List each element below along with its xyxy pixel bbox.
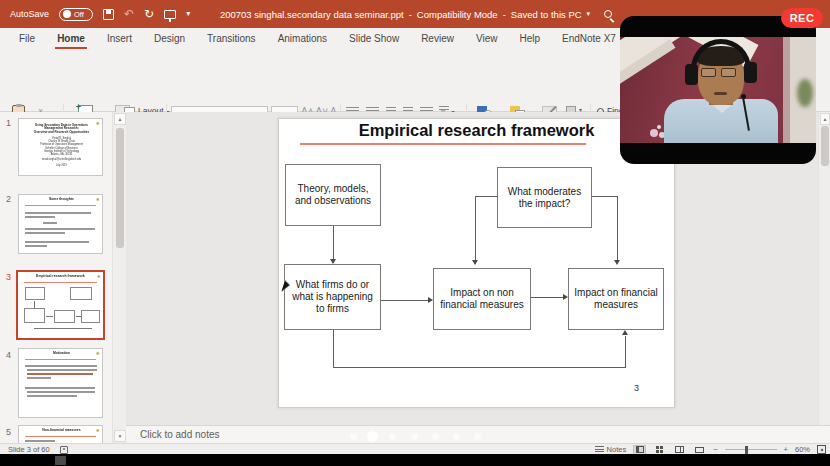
tab-insert[interactable]: Insert: [96, 29, 143, 49]
tab-endnote[interactable]: EndNote X7: [551, 29, 627, 49]
connector-moderates-left-stub: [475, 196, 497, 197]
tab-help[interactable]: Help: [508, 29, 551, 49]
thumb-number-1: 1: [6, 118, 11, 128]
slideshow-icon: [695, 447, 704, 453]
box-financial[interactable]: Impact on financial measures: [568, 268, 664, 330]
tab-view[interactable]: View: [465, 29, 509, 49]
box-nonfinancial[interactable]: Impact on non financial measures: [433, 268, 531, 330]
glasses-lens: [701, 68, 716, 77]
thumb4-title: Motivation: [19, 351, 103, 355]
slide-title[interactable]: Empirical research framework: [278, 121, 675, 140]
notes-toggle-button[interactable]: Notes: [595, 445, 627, 454]
box-what-firms-do[interactable]: What firms do or what is happening to fi…: [284, 264, 381, 330]
thumb5-title: Non-financial measures: [19, 428, 103, 432]
connector-moderates-right-stub: [592, 196, 617, 197]
box-moderates-text: What moderates the impact?: [500, 186, 589, 210]
zoom-slider[interactable]: [725, 449, 777, 451]
scroll-down-icon[interactable]: ▼: [114, 430, 126, 442]
scroll-up-icon[interactable]: ▲: [820, 113, 830, 125]
saved-location-label: Saved to this PC: [511, 9, 582, 20]
normal-view-button[interactable]: [633, 445, 646, 455]
compatibility-mode-label: Compatibility Mode: [417, 9, 498, 20]
zoom-in-button[interactable]: +: [784, 445, 788, 454]
box-theory[interactable]: Theory, models, and observations: [285, 164, 381, 226]
thumb-number-2: 2: [6, 194, 11, 204]
saved-caret-icon[interactable]: ▾: [587, 10, 591, 18]
feedback-line-up: [625, 336, 626, 367]
feedback-line-across: [333, 367, 626, 368]
box-moderates[interactable]: What moderates the impact?: [497, 167, 592, 228]
thumbnail-panel-scrollbar[interactable]: ▲ ▼: [112, 112, 126, 444]
box-financial-text: Impact on financial measures: [571, 287, 661, 311]
search-icon[interactable]: [604, 10, 612, 18]
thumbnail-slide-5[interactable]: ★ Non-financial measures: [18, 425, 103, 444]
scrollbar-thumb[interactable]: [116, 128, 124, 248]
headphone-cup-left: [685, 64, 698, 85]
webcam-overlay[interactable]: [620, 16, 816, 164]
thumbnail-slide-2[interactable]: ★ Some thoughts: [18, 194, 103, 254]
connector-nonfinancial-to-financial: [531, 297, 563, 298]
scroll-up-icon[interactable]: ▲: [114, 113, 126, 125]
connector-firms-to-nonfinancial: [381, 300, 428, 301]
recorder-dot: [411, 433, 418, 440]
fit-slide-to-window-icon[interactable]: [817, 445, 826, 454]
arrowhead-down-icon: [330, 259, 336, 264]
arrowhead-up-icon: [622, 330, 628, 335]
tab-home[interactable]: Home: [46, 29, 96, 49]
save-icon[interactable]: [103, 9, 114, 20]
arrowhead-right-icon: [428, 297, 433, 303]
connector-moderates-left: [475, 196, 476, 260]
arrowhead-down-icon: [614, 260, 620, 265]
recorder-dot: [432, 433, 439, 440]
recorder-dot: [474, 433, 481, 440]
feedback-line-down: [333, 330, 334, 367]
accessibility-icon[interactable]: [60, 446, 68, 454]
scrollbar-thumb[interactable]: [821, 126, 829, 166]
thumbnail-slide-1[interactable]: ★ Using Secondary Data in Operations Man…: [18, 118, 103, 176]
thumb-number-5: 5: [6, 427, 11, 437]
person-mouth: [714, 92, 727, 95]
tab-slide-show[interactable]: Slide Show: [338, 29, 410, 49]
slide-sorter-button[interactable]: [653, 445, 666, 455]
zoom-percentage[interactable]: 60%: [795, 445, 810, 454]
tab-transitions[interactable]: Transitions: [196, 29, 267, 49]
rec-badge: REC: [781, 8, 823, 28]
thumb3-title: Empirical research framework: [18, 274, 103, 278]
title-separator: -: [409, 9, 412, 20]
recorder-dot: [350, 433, 357, 440]
notes-icon: [595, 446, 604, 453]
zoom-slider-thumb[interactable]: [745, 446, 748, 454]
webcam-video: [620, 37, 816, 143]
title-separator: -: [503, 9, 506, 20]
editor-scrollbar[interactable]: ▲: [818, 112, 830, 425]
notes-placeholder: Click to add notes: [140, 429, 220, 440]
tab-file[interactable]: File: [8, 29, 46, 49]
thumbnail-slide-4[interactable]: ★ Motivation: [18, 348, 103, 418]
tab-design[interactable]: Design: [143, 29, 196, 49]
box-firms-text: What firms do or what is happening to fi…: [287, 279, 378, 314]
thumb-number-3: 3: [6, 272, 11, 282]
undo-icon[interactable]: ↶: [124, 8, 134, 20]
autosave-toggle[interactable]: Off: [59, 8, 93, 21]
tab-animations[interactable]: Animations: [267, 29, 338, 49]
autosave-state: Off: [74, 10, 84, 19]
flowers: [650, 129, 658, 137]
thumbnail-slide-3-selected[interactable]: ★ Empirical research framework: [16, 270, 105, 340]
recorder-dot-active: [367, 431, 378, 442]
reading-view-button[interactable]: [673, 445, 686, 455]
window-curtain: [783, 37, 790, 143]
box-theory-text: Theory, models, and observations: [288, 183, 378, 207]
recorder-dot: [453, 433, 460, 440]
slide-sorter-icon: [656, 446, 663, 453]
letterbox-bar: [0, 454, 830, 466]
taskbar-fragment: [55, 456, 66, 465]
normal-view-icon: [636, 446, 644, 453]
recorder-dot: [389, 433, 396, 440]
document-title: 200703 singhal.secondary data seminar.pp…: [220, 9, 404, 20]
zoom-out-button[interactable]: −: [713, 445, 717, 454]
tab-review[interactable]: Review: [410, 29, 465, 49]
redo-icon[interactable]: ↻: [144, 8, 154, 20]
connector-theory-to-firms: [333, 226, 334, 259]
slideshow-button[interactable]: [693, 445, 706, 455]
quick-access-toolbar: AutoSave Off ↶ ↻ ▾: [10, 0, 190, 28]
